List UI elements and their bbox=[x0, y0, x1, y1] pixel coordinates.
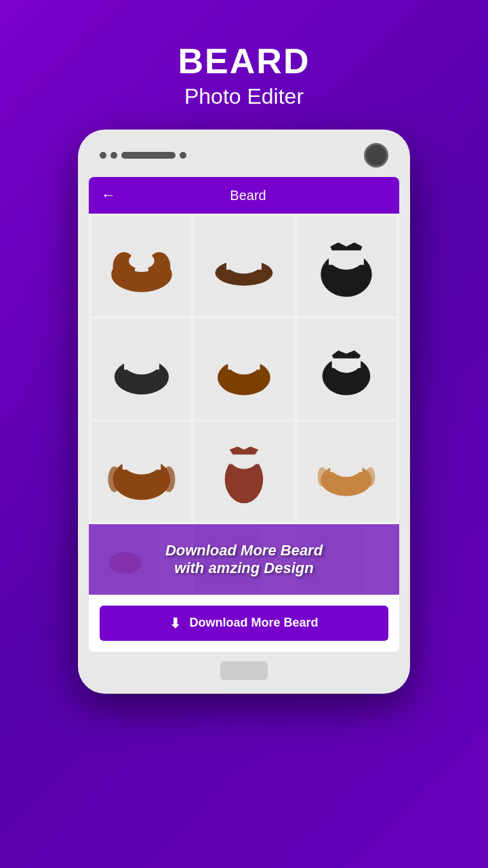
app-header: ← Beard bbox=[89, 177, 399, 214]
back-button[interactable]: ← bbox=[101, 186, 116, 204]
svg-point-35 bbox=[366, 467, 375, 486]
phone-dot-1 bbox=[100, 152, 106, 159]
screen-title: Beard bbox=[129, 188, 367, 203]
beard-cell-6[interactable] bbox=[297, 319, 396, 418]
home-button[interactable] bbox=[220, 661, 268, 680]
download-section: ⬇ Download More Beard bbox=[89, 595, 399, 652]
svg-rect-29 bbox=[230, 453, 258, 465]
overlay-section: Download More Beard with amzing Design bbox=[89, 524, 399, 595]
svg-point-34 bbox=[318, 467, 327, 486]
app-title-main: BEARD bbox=[178, 41, 310, 81]
svg-rect-24 bbox=[122, 457, 161, 470]
overlay-line1: Download More Beard bbox=[165, 542, 323, 559]
svg-point-4 bbox=[129, 253, 155, 269]
overlay-line2: with amzing Design bbox=[174, 559, 313, 577]
beard-cell-2[interactable] bbox=[194, 216, 293, 316]
phone-sensors bbox=[100, 152, 186, 159]
download-more-beard-button[interactable]: ⬇ Download More Beard bbox=[100, 606, 388, 641]
phone-frame: ← Beard bbox=[78, 130, 410, 694]
phone-top-bar bbox=[89, 143, 399, 177]
beard-grid bbox=[89, 214, 399, 524]
phone-bottom bbox=[89, 652, 399, 680]
phone-speaker bbox=[121, 152, 176, 159]
svg-rect-17 bbox=[228, 359, 260, 370]
beard-cell-5[interactable] bbox=[194, 319, 293, 418]
beard-cell-8[interactable] bbox=[194, 422, 293, 521]
download-btn-label: Download More Beard bbox=[189, 616, 318, 630]
phone-dot-2 bbox=[110, 152, 117, 159]
svg-rect-10 bbox=[329, 250, 364, 264]
download-icon: ⬇ bbox=[169, 615, 181, 631]
app-title-sub: Photo Editer bbox=[178, 84, 310, 109]
title-section: BEARD Photo Editer bbox=[178, 0, 310, 109]
overlay-text-box: Download More Beard with amzing Design bbox=[89, 524, 399, 595]
svg-rect-20 bbox=[332, 357, 361, 368]
beard-cell-4[interactable] bbox=[92, 319, 191, 418]
svg-marker-11 bbox=[331, 242, 363, 250]
phone-dot-3 bbox=[180, 152, 186, 159]
app-screen: ← Beard bbox=[89, 177, 399, 652]
svg-rect-14 bbox=[124, 359, 159, 370]
beard-cell-1[interactable] bbox=[92, 216, 191, 316]
svg-rect-7 bbox=[226, 258, 262, 270]
phone-camera bbox=[364, 143, 388, 167]
beard-cell-7[interactable] bbox=[92, 422, 191, 521]
beard-cell-9[interactable] bbox=[297, 422, 396, 521]
beard-cell-3[interactable] bbox=[297, 216, 396, 316]
svg-point-25 bbox=[108, 467, 121, 492]
svg-rect-33 bbox=[331, 461, 363, 473]
svg-point-26 bbox=[162, 467, 175, 492]
